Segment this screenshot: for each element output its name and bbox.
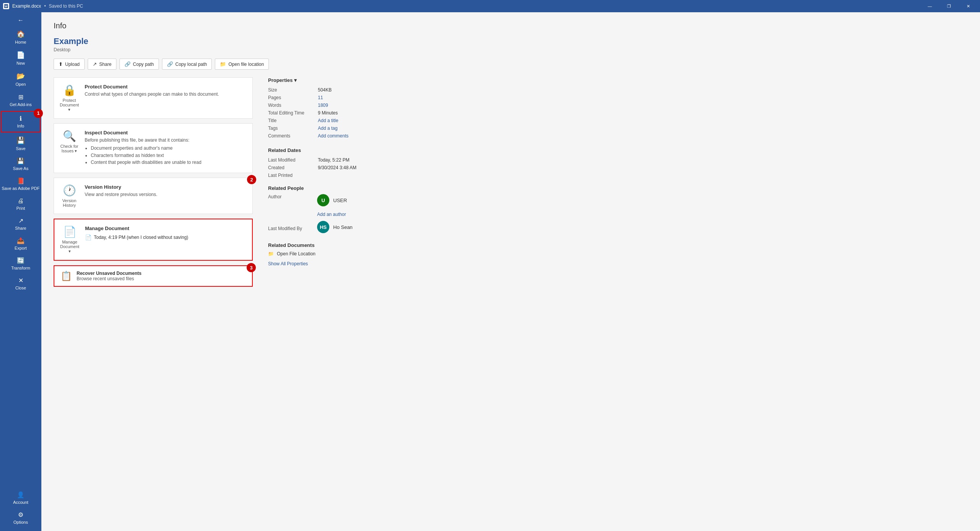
sidebar-item-transform[interactable]: 🔄 Transform xyxy=(0,254,41,274)
sidebar-item-share[interactable]: ↗ Share xyxy=(0,214,41,234)
folder-icon: 📁 xyxy=(268,251,274,257)
sidebar-item-home[interactable]: 🏠 Home xyxy=(0,27,41,48)
sidebar-item-save-adobe[interactable]: 📕 Save as Adobe PDF xyxy=(0,174,41,194)
show-all-properties-link[interactable]: Show All Properties xyxy=(268,261,968,266)
inspect-icon-area[interactable]: 🔍 Check for Issues ▾ xyxy=(60,130,79,154)
restore-button[interactable]: ❐ xyxy=(940,0,958,12)
manage-title: Manage Document xyxy=(85,225,246,231)
related-dates-table: Last Modified Today, 5:22 PM Created 9/3… xyxy=(268,156,968,179)
sidebar-save-label: Save xyxy=(16,146,25,151)
protect-icon-area[interactable]: 🔒 Protect Document ▾ xyxy=(60,84,79,112)
sidebar-item-get-addins[interactable]: ⊞ Get Add-ins xyxy=(0,90,41,110)
sidebar-item-close[interactable]: ✕ Close xyxy=(0,274,41,294)
prop-row-tags: Tags Add a tag xyxy=(268,124,968,132)
action-buttons: ⬆ Upload ↗ Share 🔗 Copy path 🔗 Copy loca… xyxy=(54,59,968,70)
export-icon: 📤 xyxy=(17,237,25,244)
last-modified-label: Last Modified By xyxy=(268,226,314,231)
recover-icon: 📋 xyxy=(61,271,72,281)
sidebar-item-open[interactable]: 📂 Open xyxy=(0,69,41,90)
date-row-modified: Last Modified Today, 5:22 PM xyxy=(268,156,968,164)
properties-header: Properties ▾ xyxy=(268,77,968,83)
prop-row-comments: Comments Add comments xyxy=(268,132,968,140)
manage-document-section: 📄 Manage Document ▾ Manage Document 📄 To… xyxy=(54,219,253,261)
titlebar-filename: Example.docx xyxy=(12,3,41,9)
share-button[interactable]: ↗ Share xyxy=(88,59,116,70)
properties-section: Properties ▾ Size 504KB Pages 11 xyxy=(268,77,968,140)
prop-value-pages[interactable]: 11 xyxy=(318,94,968,101)
sidebar-item-print[interactable]: 🖨 Print xyxy=(0,194,41,214)
copy-local-path-button[interactable]: 🔗 Copy local path xyxy=(162,59,212,70)
sidebar-open-label: Open xyxy=(16,82,26,87)
sidebar-item-options[interactable]: ⚙ Options xyxy=(0,508,41,528)
copy-path-button[interactable]: 🔗 Copy path xyxy=(119,59,159,70)
author-person-row: U USER xyxy=(317,194,347,206)
bullet-3: Content that people with disabilities ar… xyxy=(91,159,246,166)
prop-value-comments[interactable]: Add comments xyxy=(318,132,968,140)
sidebar-item-back[interactable]: ← xyxy=(0,14,41,27)
prop-value-words[interactable]: 1809 xyxy=(318,101,968,109)
open-file-location-text: Open File Location xyxy=(277,251,316,257)
close-button[interactable]: ✕ xyxy=(959,0,977,12)
share-btn-icon: ↗ xyxy=(93,61,97,67)
open-file-location-link[interactable]: 📁 Open File Location xyxy=(268,251,968,257)
info-icon: ℹ xyxy=(20,115,22,122)
sidebar-item-new[interactable]: 📄 New xyxy=(0,48,41,69)
prop-row-title: Title Add a title xyxy=(268,117,968,124)
related-dates-header: Related Dates xyxy=(268,147,968,153)
prop-value-tags[interactable]: Add a tag xyxy=(318,124,968,132)
sidebar-options-label: Options xyxy=(13,520,28,525)
sidebar-close-icon: ✕ xyxy=(18,277,23,284)
svg-text:W: W xyxy=(5,5,8,8)
prop-value-size: 504KB xyxy=(318,86,968,94)
addins-icon: ⊞ xyxy=(18,93,23,101)
manage-icon-area[interactable]: 📄 Manage Document ▾ xyxy=(61,225,79,254)
left-column: 🔒 Protect Document ▾ Protect Document Co… xyxy=(54,77,253,291)
prop-value-title[interactable]: Add a title xyxy=(318,117,968,124)
prop-label-comments: Comments xyxy=(268,132,318,140)
sidebar-print-label: Print xyxy=(16,206,25,211)
sidebar: ← 🏠 Home 📄 New 📂 Open ⊞ Get Add-ins 1 xyxy=(0,12,41,531)
main-content: Info Example Desktop ⬆ Upload ↗ Share 🔗 … xyxy=(41,12,980,531)
open-icon: 📂 xyxy=(16,72,25,80)
bullet-2: Characters formatted as hidden text xyxy=(91,152,246,159)
minimize-button[interactable]: — xyxy=(921,0,939,12)
version-desc: View and restore previous versions. xyxy=(85,191,246,198)
options-icon: ⚙ xyxy=(18,511,23,518)
add-author-link[interactable]: Add an author xyxy=(317,212,347,217)
manage-content: Manage Document 📄 Today, 4:19 PM (when I… xyxy=(85,225,246,240)
sidebar-item-save[interactable]: 💾 Save xyxy=(0,133,41,154)
related-documents-header: Related Documents xyxy=(268,242,968,248)
document-icon: 📄 xyxy=(63,225,77,238)
share-icon: ↗ xyxy=(18,217,23,224)
version-content: Version History View and restore previou… xyxy=(85,184,246,198)
sidebar-item-export[interactable]: 📤 Export xyxy=(0,234,41,254)
protect-icon-label: Protect Document ▾ xyxy=(60,98,79,112)
manage-icon-label: Manage Document ▾ xyxy=(60,240,79,254)
recover-title[interactable]: Recover Unsaved Documents xyxy=(77,271,141,276)
manage-sub-item[interactable]: 📄 Today, 4:19 PM (when I closed without … xyxy=(85,234,246,240)
related-people-header: Related People xyxy=(268,185,968,191)
sidebar-item-account[interactable]: 👤 Account xyxy=(0,488,41,508)
print-icon: 🖨 xyxy=(18,198,24,204)
app-body: ← 🏠 Home 📄 New 📂 Open ⊞ Get Add-ins 1 xyxy=(0,12,980,531)
right-column: Properties ▾ Size 504KB Pages 11 xyxy=(268,77,968,291)
inspect-content: Inspect Document Before publishing this … xyxy=(85,130,246,167)
sidebar-item-info[interactable]: 1 ℹ Info xyxy=(1,111,41,132)
author-name: USER xyxy=(333,198,347,203)
prop-row-words: Words 1809 xyxy=(268,101,968,109)
sidebar-item-save-as[interactable]: 💾 Save As xyxy=(0,154,41,174)
recover-desc: Browse recent unsaved files xyxy=(77,276,141,281)
open-file-location-button[interactable]: 📁 Open file location xyxy=(215,59,269,70)
bullet-1: Document properties and author's name xyxy=(91,145,246,152)
version-icon-area[interactable]: 🕐 Version History xyxy=(60,184,79,207)
upload-label: Upload xyxy=(65,62,80,67)
upload-icon: ⬆ xyxy=(59,61,63,67)
upload-button[interactable]: ⬆ Upload xyxy=(54,59,85,70)
inspect-bullets: Document properties and author's name Ch… xyxy=(85,145,246,166)
prop-label-pages: Pages xyxy=(268,94,318,101)
copy-path-icon: 🔗 xyxy=(124,61,131,67)
content-area: 🔒 Protect Document ▾ Protect Document Co… xyxy=(54,77,968,291)
last-modified-avatar: HS xyxy=(317,221,329,233)
annotation-badge-3: 3 xyxy=(247,263,256,272)
protect-title: Protect Document xyxy=(85,84,246,90)
